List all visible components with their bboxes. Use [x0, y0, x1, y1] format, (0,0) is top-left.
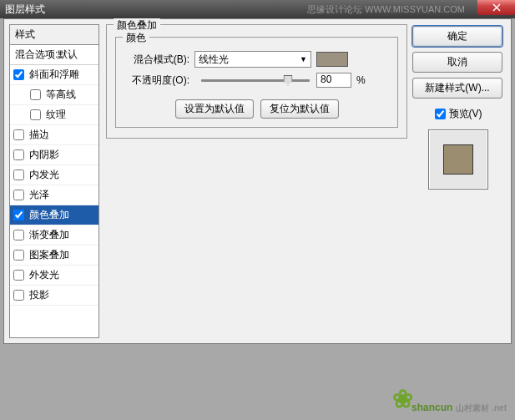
style-item-label: 内阴影 [29, 148, 59, 162]
close-button[interactable] [477, 0, 515, 15]
preview-toggle[interactable]: 预览(V) [412, 107, 504, 121]
style-list-panel: 样式 混合选项:默认 斜面和浮雕等高线纹理描边内阴影内发光光泽颜色叠加渐变叠加图… [9, 24, 99, 338]
chevron-down-icon: ▼ [300, 55, 307, 63]
style-item-label: 外发光 [29, 268, 59, 282]
style-item-6[interactable]: 光泽 [10, 185, 98, 205]
style-item-0[interactable]: 斜面和浮雕 [10, 65, 98, 85]
style-checkbox[interactable] [30, 89, 41, 100]
watermark: ❀ shancun 山村素材 .net [392, 384, 507, 413]
reset-default-button[interactable]: 复位为默认值 [260, 99, 339, 119]
style-checkbox[interactable] [13, 210, 24, 220]
opacity-unit: % [356, 74, 366, 86]
slider-thumb-icon [284, 75, 293, 86]
style-item-label: 等高线 [46, 88, 76, 102]
style-item-4[interactable]: 内阴影 [10, 145, 98, 165]
style-item-11[interactable]: 投影 [10, 286, 98, 306]
style-checkbox[interactable] [13, 290, 24, 301]
close-icon [492, 3, 501, 12]
opacity-input[interactable]: 80 [316, 73, 351, 88]
style-checkbox[interactable] [13, 270, 24, 281]
style-item-9[interactable]: 图案叠加 [10, 245, 98, 266]
style-item-label: 图案叠加 [29, 248, 69, 262]
ok-button[interactable]: 确定 [412, 26, 502, 47]
style-item-label: 渐变叠加 [29, 228, 69, 242]
style-checkbox[interactable] [13, 149, 24, 160]
overlay-color-swatch[interactable] [316, 52, 348, 67]
style-checkbox[interactable] [13, 69, 24, 80]
blend-mode-value: 线性光 [199, 53, 229, 67]
default-buttons-row: 设置为默认值 复位为默认值 [124, 99, 389, 119]
cancel-button[interactable]: 取消 [412, 52, 502, 73]
opacity-label: 不透明度(O): [124, 73, 189, 88]
preview-box [428, 129, 488, 190]
style-checkbox[interactable] [13, 170, 24, 180]
opacity-row: 不透明度(O): 80 % [124, 73, 389, 88]
right-panel: 确定 取消 新建样式(W)... 预览(V) [411, 19, 511, 343]
watermark-text: shancun [411, 402, 452, 413]
layer-style-dialog: 样式 混合选项:默认 斜面和浮雕等高线纹理描边内阴影内发光光泽颜色叠加渐变叠加图… [3, 18, 512, 344]
style-item-5[interactable]: 内发光 [10, 165, 98, 185]
color-overlay-section: 颜色叠加 颜色 混合模式(B): 线性光 ▼ 不透明度(O): 80 [106, 24, 407, 139]
blending-options-item[interactable]: 混合选项:默认 [10, 45, 98, 65]
style-item-label: 颜色叠加 [29, 208, 69, 222]
preview-label: 预览(V) [449, 107, 482, 121]
style-checkbox[interactable] [13, 250, 24, 261]
preview-swatch [443, 144, 473, 175]
style-checkbox[interactable] [13, 230, 24, 240]
window-title: 图层样式 [5, 3, 45, 17]
style-item-label: 光泽 [29, 188, 49, 202]
style-item-label: 纹理 [46, 108, 66, 122]
style-list-header: 样式 [10, 25, 98, 45]
title-bar: 图层样式 思缘设计论坛 WWW.MISSYUAN.COM [0, 0, 515, 18]
style-item-1[interactable]: 等高线 [10, 85, 98, 105]
leaf-icon: ❀ [392, 384, 413, 413]
style-item-label: 投影 [29, 288, 49, 302]
watermark-sub: 山村素材 .net [456, 403, 507, 413]
blend-mode-dropdown[interactable]: 线性光 ▼ [194, 51, 311, 68]
style-checkbox[interactable] [13, 190, 24, 200]
blend-mode-label: 混合模式(B): [124, 53, 189, 67]
new-style-button[interactable]: 新建样式(W)... [412, 78, 502, 99]
style-item-10[interactable]: 外发光 [10, 266, 98, 286]
color-group: 颜色 混合模式(B): 线性光 ▼ 不透明度(O): 80 % [115, 37, 398, 128]
blend-mode-row: 混合模式(B): 线性光 ▼ [124, 51, 389, 68]
center-panel: 颜色叠加 颜色 混合模式(B): 线性光 ▼ 不透明度(O): 80 [103, 19, 411, 343]
style-item-3[interactable]: 描边 [10, 125, 98, 145]
style-item-label: 描边 [29, 128, 49, 142]
style-checkbox[interactable] [30, 109, 41, 120]
style-item-8[interactable]: 渐变叠加 [10, 225, 98, 245]
style-checkbox[interactable] [13, 129, 24, 140]
style-item-label: 斜面和浮雕 [29, 68, 79, 82]
preview-checkbox[interactable] [435, 109, 446, 119]
group-title: 颜色 [123, 31, 149, 45]
site-brand: 思缘设计论坛 WWW.MISSYUAN.COM [307, 3, 465, 16]
style-item-7[interactable]: 颜色叠加 [10, 205, 98, 225]
style-item-2[interactable]: 纹理 [10, 105, 98, 125]
opacity-slider[interactable] [201, 79, 310, 82]
style-item-label: 内发光 [29, 168, 59, 182]
set-default-button[interactable]: 设置为默认值 [175, 99, 254, 119]
